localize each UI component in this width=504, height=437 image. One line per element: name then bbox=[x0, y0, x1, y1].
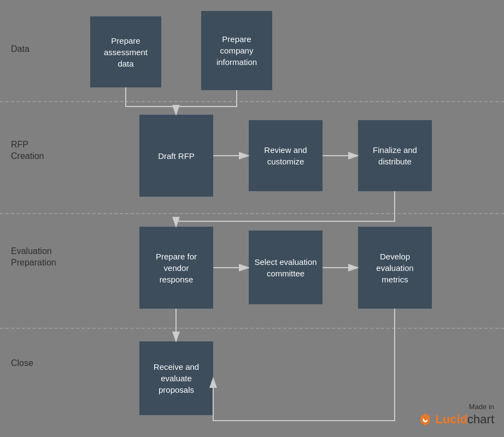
node-receive-evaluate: Receive andevaluateproposals bbox=[139, 341, 213, 415]
chart-part: chart bbox=[467, 412, 494, 426]
row-label-data: Data bbox=[11, 44, 30, 55]
made-in-text: Made in bbox=[469, 403, 494, 411]
divider-2 bbox=[0, 213, 504, 214]
node-prepare-company: Preparecompanyinformation bbox=[201, 11, 272, 90]
lucid-part: Lucid bbox=[435, 412, 467, 426]
row-label-eval: Evaluation Preparation bbox=[11, 246, 56, 269]
node-finalize-distribute: Finalize anddistribute bbox=[358, 120, 432, 191]
row-label-close: Close bbox=[11, 358, 33, 369]
lucidchart-logo: Lucidchart bbox=[418, 412, 494, 427]
lucidchart-icon bbox=[418, 412, 433, 427]
lucidchart-text: Lucidchart bbox=[435, 412, 494, 427]
divider-3 bbox=[0, 328, 504, 329]
node-prepare-assessment: Prepareassessmentdata bbox=[90, 16, 161, 87]
arrow-company-to-join bbox=[176, 90, 237, 107]
node-select-committee: Select evaluationcommittee bbox=[249, 231, 323, 304]
branding: Made in Lucidchart bbox=[418, 403, 494, 427]
node-review-customize: Review andcustomize bbox=[249, 120, 323, 191]
node-prepare-vendor: Prepare forvendorresponse bbox=[139, 227, 213, 309]
diagram-container: Data RFP Creation Evaluation Preparation… bbox=[0, 0, 504, 437]
arrow-develop-to-receive bbox=[213, 309, 395, 421]
row-label-rfp: RFP Creation bbox=[11, 139, 44, 162]
divider-1 bbox=[0, 101, 504, 102]
node-develop-metrics: Developevaluationmetrics bbox=[358, 227, 432, 309]
node-draft-rfp: Draft RFP bbox=[139, 115, 213, 197]
